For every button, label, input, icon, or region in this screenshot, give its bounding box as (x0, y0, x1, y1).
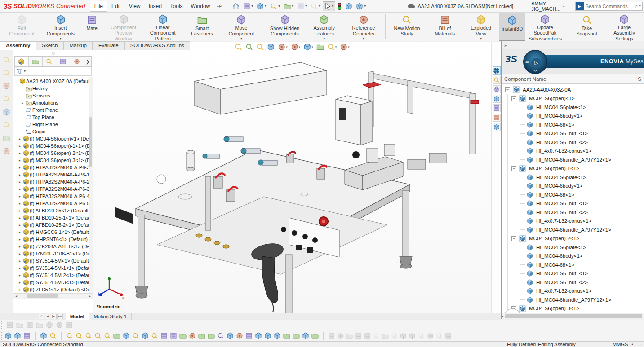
units-caret-icon[interactable]: ▴ (631, 342, 633, 346)
filter-clear-icon[interactable] (4, 332, 12, 339)
tree-item-history[interactable]: ⟲History (13, 85, 93, 92)
expand-arrow-icon[interactable]: ▸ (17, 223, 22, 227)
tree-component[interactable]: ▸(f) HTPA32S2M040-A-P6<1> (D (13, 164, 93, 171)
view-settings-icon[interactable]: ▾ (339, 43, 351, 51)
options-gear-icon[interactable]: ▾ (355, 2, 367, 11)
menu-edit[interactable]: Edit (107, 1, 125, 11)
export-database-icon[interactable] (493, 123, 501, 131)
mysession-horizontal-scrollbar[interactable]: ◂ (502, 313, 644, 319)
mysession-part-row[interactable]: HI_4x0.7-L32-conus<1> (514, 287, 644, 296)
collapse-box-icon[interactable]: − (511, 166, 516, 171)
mysession-assembly-row[interactable]: −MC04-S6(open)-1<1> (508, 164, 644, 173)
expand-arrow-icon[interactable]: ▸ (20, 101, 25, 105)
expand-arrow-icon[interactable]: ▸ (17, 137, 22, 141)
mysession-part-row[interactable]: HI_MC04-S6plate<1> (514, 243, 644, 252)
tree-component[interactable]: ▸(f) SYJ514-5M-3<1> (Default) (13, 279, 93, 286)
task-pane-icon[interactable] (344, 2, 354, 11)
expand-arrow-icon[interactable]: ▸ (17, 237, 22, 242)
previous-view-icon[interactable] (255, 43, 265, 51)
sketch-midpoint-icon[interactable] (302, 332, 309, 339)
component-tree-column-header[interactable]: Component Name S (502, 74, 644, 84)
sketch-circle-icon[interactable] (170, 332, 177, 339)
expand-arrow-icon[interactable]: ▸ (17, 173, 22, 177)
menu-file[interactable]: File (90, 1, 107, 12)
sketch-pattern-icon[interactable] (245, 332, 253, 339)
traffic-light-icon[interactable] (336, 2, 343, 11)
tree-component[interactable]: ▸(f) SYJ514-5M-2<1> (Default) (13, 272, 93, 279)
draw-pen-icon[interactable] (6, 321, 13, 329)
sketch-magnifier-icon[interactable] (217, 332, 224, 339)
tree-item-front-plane[interactable]: Front Plane (13, 106, 93, 114)
tree-component[interactable]: ▸(f) ZZK204A-A1L-B<1> (Defaul (13, 243, 93, 250)
dropdown-caret-icon[interactable]: ▾ (240, 37, 242, 40)
mysession-part-row[interactable]: HI_MC04-6handle_A797Y12<1> (514, 295, 644, 304)
status-units[interactable]: MMGS (613, 342, 628, 347)
workspace-selector[interactable]: BMMY JIG_MACH...⌄ (531, 1, 565, 12)
snapshot-export-icon[interactable] (56, 321, 63, 329)
sketch-numeric-input-icon[interactable] (208, 332, 215, 339)
tab-motion-study-1[interactable]: Motion Study 1 (89, 313, 132, 320)
sketch-line-icon[interactable] (76, 332, 83, 339)
sketch-zoom-icon[interactable] (255, 332, 262, 339)
corner-relation-icon[interactable] (418, 333, 425, 339)
study-nav-1[interactable]: ◀ (45, 314, 50, 319)
column-status[interactable]: S (638, 76, 641, 82)
expand-arrow-icon[interactable]: ▸ (17, 252, 22, 256)
ribbon-take-snapshot-button[interactable]: Take Snapshot (569, 13, 605, 41)
auto-balloon-icon[interactable] (3, 82, 10, 91)
edit-appearance-icon[interactable] (315, 43, 325, 51)
assembly-3d-model[interactable] (93, 42, 491, 313)
study-nav-2[interactable]: ▶ (51, 314, 56, 319)
fix-relation-icon[interactable] (427, 333, 434, 339)
print-icon[interactable]: ▾ (282, 2, 295, 11)
sketch-endpoint-icon[interactable] (293, 332, 300, 339)
expand-arrow-icon[interactable]: ▸ (17, 187, 22, 191)
collapse-box-icon[interactable]: − (505, 87, 510, 92)
expand-arrow-icon[interactable]: ▸ (17, 209, 22, 213)
hide-show-items-icon[interactable]: ▾ (302, 43, 314, 51)
feature-tree-horizontal-scrollbar[interactable]: ◂▸ (13, 293, 93, 299)
datum-feature-icon[interactable] (3, 134, 10, 143)
mysession-part-row[interactable]: HI_MC04-S6_nut_<1> (514, 129, 644, 138)
tree-component[interactable]: ▸(f) SYJ514-5M-1<1> (Default) (13, 264, 93, 272)
mysession-part-row[interactable]: HI_MC04-S6_nut_<1> (514, 269, 644, 278)
grid-snap-icon[interactable] (436, 333, 443, 339)
ribbon-bill-of-materials-button[interactable]: Bill of Materials (426, 13, 463, 41)
sketch-box-icon[interactable] (104, 332, 111, 339)
resize-grip-icon[interactable]: ⋰ (639, 342, 643, 347)
enovia-compass-icon[interactable] (493, 66, 501, 75)
mysession-part-row[interactable]: HI_MC04-S6_nut_<1> (514, 199, 644, 208)
sketch-point2-icon[interactable] (132, 332, 139, 339)
expand-arrow-icon[interactable]: ▸ (17, 288, 22, 292)
pin-icon[interactable]: 📌︎ (215, 2, 223, 10)
menu-view[interactable]: View (125, 1, 145, 11)
tree-item-origin[interactable]: Origin (13, 128, 93, 135)
ribbon-smart-fasteners-button[interactable]: Smart Fasteners (182, 13, 222, 41)
tree-component[interactable]: ▸(f) HTPA32S2M040-A-P6-2<1> (13, 178, 93, 185)
ribbon-show-hidden-components-button[interactable]: Show Hidden Components (265, 13, 305, 41)
sketch-mirror-icon[interactable] (189, 332, 196, 339)
feature-tree-vertical-scrollbar[interactable] (89, 77, 93, 293)
collapse-panel-icon[interactable]: » (504, 43, 507, 48)
expand-arrow-icon[interactable]: ▸ (17, 230, 22, 234)
sketch-shaded-contour-icon[interactable] (283, 332, 290, 339)
graphics-viewport[interactable]: ▾▾▾▾▾ (93, 42, 491, 313)
tab-model[interactable]: Model (66, 313, 89, 320)
expand-arrow-icon[interactable]: ▸ (17, 245, 22, 249)
expand-arrow-icon[interactable]: ▸ (17, 202, 22, 206)
tree-item-sensors[interactable]: ◔Sensors (13, 92, 93, 99)
new-document-icon[interactable]: ▾ (242, 2, 254, 11)
expand-arrow-icon[interactable]: ▸ (17, 158, 22, 163)
open-download-icon[interactable]: ▾ (255, 2, 268, 11)
home-icon[interactable] (231, 2, 241, 11)
section-view-icon[interactable] (266, 43, 275, 51)
tree-item-top-plane[interactable]: Top Plane (13, 114, 93, 121)
weld-symbol-icon[interactable] (3, 108, 10, 117)
mysession-assembly-row[interactable]: −MC04-S6(open)-3<1> (508, 304, 644, 313)
dropdown-caret-icon[interactable]: ▾ (323, 37, 325, 40)
sketch-note-icon[interactable] (274, 332, 281, 339)
sketch-parallelogram-icon[interactable] (94, 332, 102, 339)
menu-tools[interactable]: Tools (166, 1, 187, 11)
expand-arrow-icon[interactable]: ▸ (17, 194, 22, 198)
sketch-pierce-icon[interactable] (236, 332, 243, 339)
